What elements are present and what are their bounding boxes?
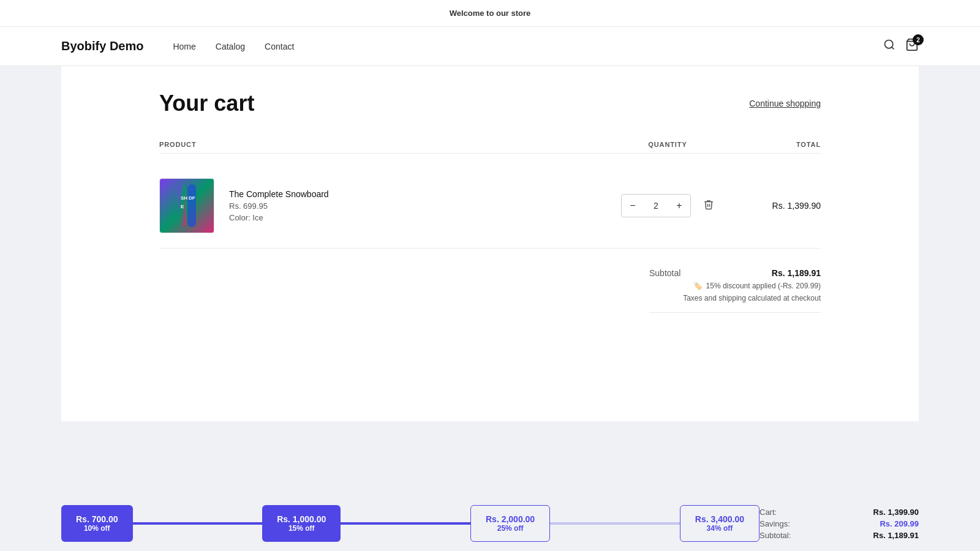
top-banner: Welcome to our store — [0, 0, 980, 27]
main-nav: Home Catalog Contact — [173, 42, 883, 51]
header-icons: 2 — [883, 38, 919, 54]
subtotal-row: Subtotal Rs. 1,189.91 — [649, 268, 821, 278]
cart-title: Your cart — [159, 91, 254, 116]
svg-text:SH: SH — [181, 195, 187, 201]
bar-savings-row: Savings: Rs. 209.99 — [760, 519, 919, 528]
taxes-text: Taxes and shipping calculated at checkou… — [683, 294, 821, 302]
discount-tier-4[interactable]: Rs. 3,400.00 34% off — [680, 505, 760, 542]
svg-text:E: E — [181, 204, 184, 209]
snowboard-svg: SH DF E — [165, 181, 208, 230]
bar-cart-value: Rs. 1,399.90 — [873, 508, 919, 517]
bar-cart-row: Cart: Rs. 1,399.90 — [760, 508, 919, 517]
cart-item: SH DF E The Complete Snowboard Rs. 699.9… — [159, 163, 821, 249]
cart-header: Your cart Continue shopping — [159, 91, 821, 116]
search-button[interactable] — [883, 39, 895, 54]
col-product-header: PRODUCT — [159, 141, 606, 148]
discount-tier-3[interactable]: Rs. 2,000.00 25% off — [470, 505, 550, 542]
bar-cart-label: Cart: — [760, 508, 777, 517]
header: Byobify Demo Home Catalog Contact 2 — [0, 27, 980, 66]
summary-divider — [649, 312, 821, 313]
discount-row: 🏷️ 15% discount applied (-Rs. 209.99) — [649, 282, 821, 290]
cart-summary: Subtotal Rs. 1,189.91 🏷️ 15% discount ap… — [159, 268, 821, 328]
cart-page: Your cart Continue shopping PRODUCT QUAN… — [123, 66, 858, 421]
tier-3-amount: Rs. 2,000.00 — [486, 514, 535, 524]
discount-tier-2[interactable]: Rs. 1,000.00 15% off — [262, 505, 341, 542]
product-price: Rs. 699.95 — [229, 201, 606, 211]
tier-1-amount: Rs. 700.00 — [76, 514, 118, 524]
tier-progress-1 — [133, 522, 263, 525]
increase-qty-button[interactable]: + — [668, 195, 690, 217]
nav-catalog[interactable]: Catalog — [216, 42, 245, 51]
nav-home[interactable]: Home — [173, 42, 195, 51]
tier-3-pct: 25% off — [497, 524, 524, 533]
bar-subtotal-row: Subtotal: Rs. 1,189.91 — [760, 531, 919, 540]
tier-4-pct: 34% off — [707, 524, 733, 533]
tier-progress-3 — [550, 522, 680, 525]
trash-icon — [703, 199, 714, 210]
quantity-control-area: − 2 + — [606, 194, 729, 217]
taxes-row: Taxes and shipping calculated at checkou… — [649, 294, 821, 302]
product-variant: Color: Ice — [229, 213, 606, 222]
bar-subtotal-value: Rs. 1,189.91 — [873, 531, 919, 540]
col-quantity-header: QUANTITY — [606, 141, 729, 148]
tier-1-pct: 10% off — [84, 524, 110, 533]
tag-icon: 🏷️ — [693, 282, 703, 290]
product-image: SH DF E — [159, 178, 214, 233]
subtotal-value: Rs. 1,189.91 — [772, 268, 821, 278]
qty-value: 2 — [644, 201, 668, 211]
continue-shopping-link[interactable]: Continue shopping — [749, 99, 821, 108]
delete-item-button[interactable] — [703, 199, 714, 212]
bar-savings-value: Rs. 209.99 — [880, 519, 919, 528]
bar-savings-label: Savings: — [760, 519, 790, 528]
decrease-qty-button[interactable]: − — [622, 195, 644, 217]
discount-text: 15% discount applied (-Rs. 209.99) — [706, 282, 821, 290]
svg-point-0 — [885, 40, 893, 48]
site-logo[interactable]: Byobify Demo — [61, 39, 143, 53]
discount-bar: Rs. 700.00 10% off Rs. 1,000.00 15% off … — [0, 496, 980, 551]
tier-2-amount: Rs. 1,000.00 — [277, 514, 326, 524]
nav-contact[interactable]: Contact — [265, 42, 294, 51]
bar-subtotal-label: Subtotal: — [760, 531, 791, 540]
tier-2-pct: 15% off — [288, 524, 315, 533]
svg-line-1 — [892, 47, 894, 50]
line-total: Rs. 1,399.90 — [729, 201, 821, 211]
tier-4-amount: Rs. 3,400.00 — [695, 514, 744, 524]
banner-text: Welcome to our store — [450, 9, 531, 18]
subtotal-label: Subtotal — [649, 268, 680, 278]
qty-controls: − 2 + — [621, 194, 691, 217]
tier-progress-2 — [341, 522, 470, 525]
cart-badge: 2 — [913, 34, 924, 45]
product-details: The Complete Snowboard Rs. 699.95 Color:… — [229, 189, 606, 222]
product-name: The Complete Snowboard — [229, 189, 606, 199]
col-total-header: TOTAL — [729, 141, 821, 148]
bar-summary: Cart: Rs. 1,399.90 Savings: Rs. 209.99 S… — [760, 508, 919, 540]
cart-button[interactable]: 2 — [905, 38, 919, 54]
discount-tier-1[interactable]: Rs. 700.00 10% off — [61, 505, 133, 542]
search-icon — [883, 39, 895, 51]
cart-table-header: PRODUCT QUANTITY TOTAL — [159, 136, 821, 154]
svg-text:DF: DF — [189, 195, 195, 201]
svg-rect-4 — [187, 184, 196, 227]
